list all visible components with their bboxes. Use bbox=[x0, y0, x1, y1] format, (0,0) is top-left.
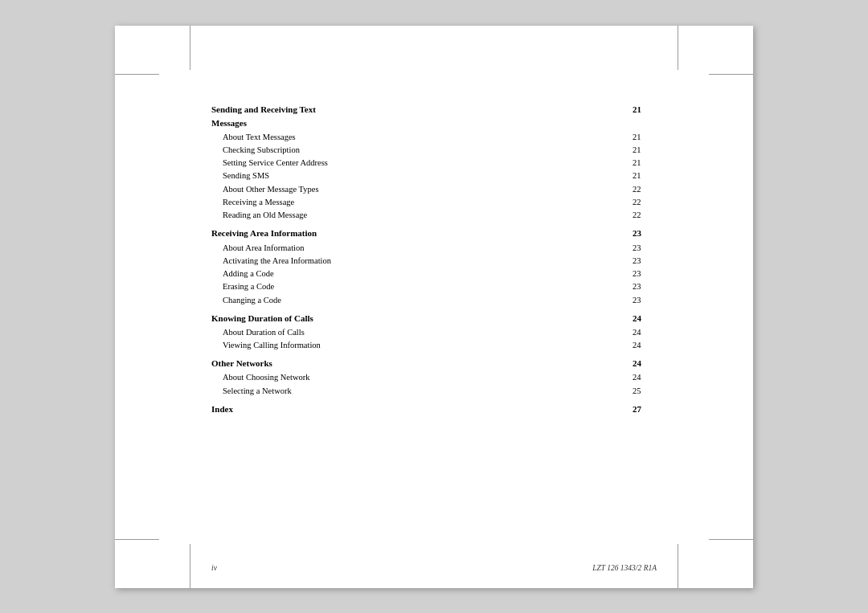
corner-mark-br-h bbox=[709, 539, 753, 540]
sub-entry-label: Adding a Code bbox=[211, 268, 633, 280]
sub-entry-page: 21 bbox=[633, 170, 657, 182]
section-header-page: 23 bbox=[633, 222, 657, 241]
footer-document-id: LZT 126 1343/2 R1A bbox=[592, 564, 657, 572]
sub-entry-page: 24 bbox=[633, 339, 657, 352]
sub-entry-page: 23 bbox=[633, 294, 657, 307]
section-header-label: Sending and Receiving TextMessages bbox=[211, 98, 633, 131]
list-item: About Choosing Network 24 bbox=[211, 371, 657, 384]
sub-entry-label: Erasing a Code bbox=[211, 280, 633, 293]
page: Sending and Receiving TextMessages 21 Ab… bbox=[115, 26, 753, 588]
list-item: Checking Subscription 21 bbox=[211, 144, 657, 157]
section-header-page: 24 bbox=[633, 307, 657, 326]
sub-entry-page: 22 bbox=[633, 183, 657, 196]
list-item: Selecting a Network 25 bbox=[211, 385, 657, 398]
sub-entry-page: 22 bbox=[633, 209, 657, 222]
sub-entry-page: 24 bbox=[633, 326, 657, 339]
section-header-label: Index bbox=[211, 398, 633, 417]
section-header-label: Receiving Area Information bbox=[211, 222, 633, 241]
sub-entry-label: Activating the Area Information bbox=[211, 255, 633, 268]
sub-entry-page: 23 bbox=[633, 280, 657, 293]
sub-entry-label: About Choosing Network bbox=[211, 371, 633, 384]
sub-entry-page: 23 bbox=[633, 255, 657, 268]
sub-entry-page: 23 bbox=[633, 242, 657, 255]
list-item: Reading an Old Message 22 bbox=[211, 209, 657, 222]
section-index: Index 27 bbox=[211, 398, 657, 417]
list-item: Receiving a Message 22 bbox=[211, 196, 657, 209]
corner-mark-tl-v bbox=[190, 26, 190, 70]
section-other-networks: Other Networks 24 bbox=[211, 352, 657, 371]
sub-entry-label: Setting Service Center Address bbox=[211, 157, 633, 170]
list-item: Activating the Area Information 23 bbox=[211, 255, 657, 268]
corner-mark-tr-v bbox=[678, 26, 678, 70]
sub-entry-label: About Area Information bbox=[211, 242, 633, 255]
list-item: Viewing Calling Information 24 bbox=[211, 339, 657, 352]
sub-entry-label: Sending SMS bbox=[211, 170, 633, 182]
sub-entry-page: 22 bbox=[633, 196, 657, 209]
section-sending-receiving: Sending and Receiving TextMessages 21 bbox=[211, 98, 657, 131]
footer: iv LZT 126 1343/2 R1A bbox=[211, 564, 657, 572]
list-item: Setting Service Center Address 21 bbox=[211, 157, 657, 170]
list-item: About Duration of Calls 24 bbox=[211, 326, 657, 339]
corner-mark-bl-v bbox=[190, 544, 190, 588]
section-header-label: Other Networks bbox=[211, 352, 633, 371]
corner-mark-tl-h bbox=[115, 74, 159, 75]
toc-table: Sending and Receiving TextMessages 21 Ab… bbox=[211, 98, 657, 418]
list-item: Sending SMS 21 bbox=[211, 170, 657, 182]
sub-entry-label: About Duration of Calls bbox=[211, 326, 633, 339]
sub-entry-label: Receiving a Message bbox=[211, 196, 633, 209]
list-item: About Text Messages 21 bbox=[211, 131, 657, 144]
footer-page-number: iv bbox=[211, 564, 217, 572]
section-header-label: Knowing Duration of Calls bbox=[211, 307, 633, 326]
sub-entry-page: 21 bbox=[633, 144, 657, 157]
corner-mark-bl-h bbox=[115, 539, 159, 540]
list-item: Changing a Code 23 bbox=[211, 294, 657, 307]
section-header-page: 21 bbox=[633, 98, 657, 131]
sub-entry-label: Changing a Code bbox=[211, 294, 633, 307]
toc-content: Sending and Receiving TextMessages 21 Ab… bbox=[211, 98, 657, 540]
sub-entry-page: 24 bbox=[633, 371, 657, 384]
sub-entry-label: About Text Messages bbox=[211, 131, 633, 144]
section-knowing-duration: Knowing Duration of Calls 24 bbox=[211, 307, 657, 326]
list-item: Erasing a Code 23 bbox=[211, 280, 657, 293]
corner-mark-tr-h bbox=[709, 74, 753, 75]
list-item: About Other Message Types 22 bbox=[211, 183, 657, 196]
sub-entry-page: 21 bbox=[633, 131, 657, 144]
list-item: About Area Information 23 bbox=[211, 242, 657, 255]
sub-entry-page: 21 bbox=[633, 157, 657, 170]
section-receiving-area: Receiving Area Information 23 bbox=[211, 222, 657, 241]
sub-entry-label: Selecting a Network bbox=[211, 385, 633, 398]
list-item: Adding a Code 23 bbox=[211, 268, 657, 280]
sub-entry-page: 23 bbox=[633, 268, 657, 280]
corner-mark-br-v bbox=[678, 544, 678, 588]
sub-entry-label: Checking Subscription bbox=[211, 144, 633, 157]
section-header-page: 27 bbox=[633, 398, 657, 417]
section-header-page: 24 bbox=[633, 352, 657, 371]
sub-entry-label: Reading an Old Message bbox=[211, 209, 633, 222]
sub-entry-label: About Other Message Types bbox=[211, 183, 633, 196]
sub-entry-page: 25 bbox=[633, 385, 657, 398]
sub-entry-label: Viewing Calling Information bbox=[211, 339, 633, 352]
